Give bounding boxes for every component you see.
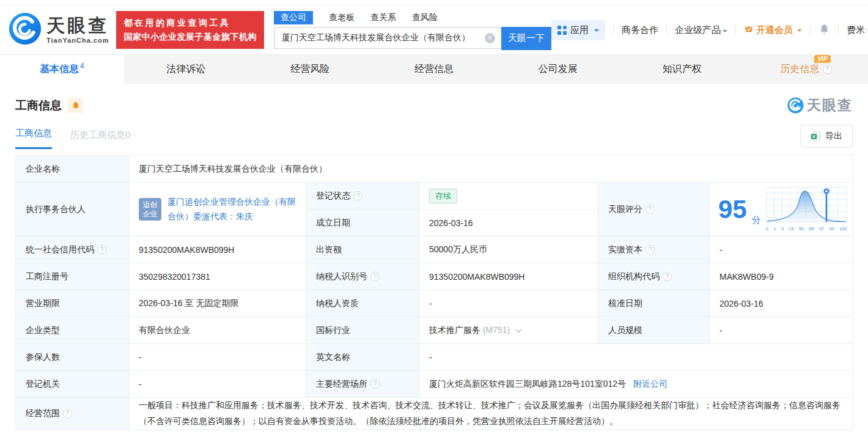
clear-search-icon[interactable]: ×: [485, 33, 495, 43]
search-tab-risk[interactable]: 查风险: [412, 12, 438, 23]
establish-date-label: 成立日期: [306, 210, 419, 236]
org-code-label: 组织机构代码?: [598, 263, 710, 290]
tianyancha-watermark: 天眼查: [787, 96, 853, 115]
notifications-bell-icon[interactable]: [818, 23, 830, 37]
section-title: 工商信息: [15, 98, 62, 114]
help-icon[interactable]: ?: [370, 379, 380, 389]
promo-banner-line2: 国家中小企业发展子基金旗下机构: [123, 30, 257, 44]
subtab-history-registration[interactable]: 历史工商信息0: [70, 130, 130, 149]
apps-grid-icon: [557, 26, 567, 35]
search-tab-company[interactable]: 查公司: [274, 11, 313, 24]
search-input[interactable]: [274, 27, 501, 49]
top-divider: [0, 0, 868, 5]
search-tab-boss[interactable]: 查老板: [329, 12, 355, 23]
help-icon[interactable]: ?: [63, 409, 72, 418]
partner-company-badge: 追创 企业: [139, 198, 161, 221]
tianyancha-logo[interactable]: 天眼查 TianYanCha.com: [9, 12, 109, 48]
establish-date-value: 2026-03-16: [419, 210, 598, 236]
chevron-down-icon[interactable]: [516, 326, 522, 332]
help-icon[interactable]: ?: [663, 272, 672, 281]
address-label: 主要经营场所?: [306, 371, 419, 398]
approval-date-label: 核准日期: [598, 290, 710, 317]
help-icon[interactable]: ?: [353, 191, 362, 200]
company-name-label: 企业名称: [16, 156, 129, 183]
score-curve-chart: 0131550859799100: [766, 187, 848, 232]
tab-operating-risk[interactable]: 经营风险: [248, 55, 372, 84]
tab-legal-lawsuits[interactable]: 法律诉讼: [124, 55, 248, 84]
open-vip-button[interactable]: 开通会员: [744, 24, 802, 36]
tianyan-score-cell[interactable]: 95 分: [710, 183, 853, 236]
business-scope-value: 一般项目：科技推广和应用服务；技术服务、技术开发、技术咨询、技术交流、技术转让、…: [129, 398, 853, 430]
chevron-down-icon: [594, 29, 599, 34]
user-menu[interactable]: 费米: [847, 24, 868, 36]
logo-title: 天眼查: [46, 16, 109, 35]
nav-cooperation[interactable]: 商务合作: [622, 24, 658, 36]
logo-domain: TianYanCha.com: [46, 37, 109, 44]
vip-badge: VIP: [814, 55, 830, 63]
registration-status-label: 登记状态?: [306, 183, 419, 210]
vip-crown-icon: [744, 25, 754, 35]
org-code-value: MAK8WB09-9: [710, 263, 853, 290]
company-type-value: 有限合伙企业: [129, 317, 306, 344]
divider: [735, 26, 736, 35]
tab-business-info[interactable]: 经营信息: [372, 55, 496, 84]
table-row: 执行事务合伙人 追创 企业 厦门追创企业管理合伙企业（有限合伙）委派代表：朱庆 …: [16, 183, 853, 210]
business-scope-label: 经营范围?: [16, 398, 129, 430]
export-button[interactable]: 导出: [800, 125, 853, 148]
search-tab-relation[interactable]: 查关系: [370, 12, 396, 23]
chevron-down-icon: [797, 29, 802, 34]
divider: [810, 26, 811, 35]
table-row: 登记机关 - 主要经营场所? 厦门火炬高新区软件园三期凤岐路128号101室01…: [16, 371, 853, 398]
business-term-value: 2026-03-16 至 无固定期限: [129, 290, 306, 317]
paid-capital-label: 实缴资本?: [598, 236, 710, 263]
contribution-value: 50000万人民币: [419, 236, 598, 263]
main-header: 天眼查 TianYanCha.com 都在用的商业查询工具 国家中小企业发展子基…: [0, 5, 868, 54]
search-box: 查公司 查老板 查关系 查风险 × 天眼一下: [274, 10, 551, 50]
subscribe-bell-icon[interactable]: [68, 98, 83, 113]
score-axis-ticks: 0131550859799100: [766, 226, 847, 232]
company-tab-bar: 基本信息4 法律诉讼 经营风险 经营信息 公司发展 知识产权 VIP 历史信息 …: [0, 54, 868, 84]
search-button[interactable]: 天眼一下: [501, 27, 551, 50]
taxpayer-id-value: 91350200MAK8WB099H: [419, 263, 598, 290]
nav-enterprise-products[interactable]: 企业级产品: [675, 24, 727, 36]
contribution-label: 出资额: [306, 236, 419, 263]
help-icon[interactable]: ?: [97, 245, 106, 254]
taxpayer-id-label: 纳税人识别号?: [306, 263, 419, 290]
business-info-table: 企业名称 厦门天空工场博天科技发展合伙企业（有限合伙） 执行事务合伙人 追创 企…: [15, 155, 853, 430]
insured-count-label: 参保人数: [16, 344, 129, 371]
divider: [666, 26, 667, 35]
company-name-value: 厦门天空工场博天科技发展合伙企业（有限合伙）: [129, 156, 853, 183]
help-icon[interactable]: ?: [645, 205, 655, 214]
tianyancha-logo-icon: [787, 97, 804, 114]
tianyan-score-label: 天眼评分?: [598, 183, 710, 236]
table-row: 工商注册号 350298320017381 纳税人识别号? 91350200MA…: [16, 263, 853, 290]
credit-code-value: 91350200MAK8WB099H: [129, 236, 306, 263]
username: 费米: [847, 24, 865, 35]
status-badge: 存续: [429, 189, 457, 203]
nearby-companies-link[interactable]: 附近公司: [633, 379, 668, 389]
tab-history-info[interactable]: VIP 历史信息 ?: [744, 55, 868, 84]
help-icon[interactable]: ?: [823, 65, 832, 74]
address-value: 厦门火炬高新区软件园三期凤岐路128号101室012号 附近公司: [419, 371, 853, 398]
promo-banner: 都在用的商业查询工具 国家中小企业发展子基金旗下机构: [116, 11, 264, 49]
table-row: 企业名称 厦门天空工场博天科技发展合伙企业（有限合伙）: [16, 156, 853, 183]
tab-basic-info[interactable]: 基本信息4: [0, 55, 124, 84]
executive-partner-link[interactable]: 厦门追创企业管理合伙企业（有限合伙）委派代表：朱庆: [167, 195, 296, 224]
subtab-business-registration[interactable]: 工商信息: [15, 128, 52, 149]
paid-capital-value: -: [710, 236, 853, 263]
taxpayer-quality-value: -: [419, 290, 598, 317]
reg-number-value: 350298320017381: [129, 263, 306, 290]
help-icon[interactable]: ?: [370, 272, 380, 281]
help-icon[interactable]: ?: [645, 245, 655, 254]
credit-code-label: 统一社会信用代码?: [16, 236, 129, 263]
apps-label: 应用: [570, 24, 589, 36]
reg-number-label: 工商注册号: [16, 263, 129, 290]
divider: [838, 26, 839, 35]
promo-banner-line1: 都在用的商业查询工具: [123, 16, 257, 30]
tab-company-development[interactable]: 公司发展: [496, 55, 620, 84]
staff-size-label: 人员规模: [598, 317, 710, 344]
apps-menu[interactable]: 应用: [551, 20, 605, 40]
score-unit: 分: [752, 214, 761, 226]
tab-intellectual-property[interactable]: 知识产权: [620, 55, 744, 84]
table-row: 参保人数 - 英文名称 -: [16, 344, 853, 371]
